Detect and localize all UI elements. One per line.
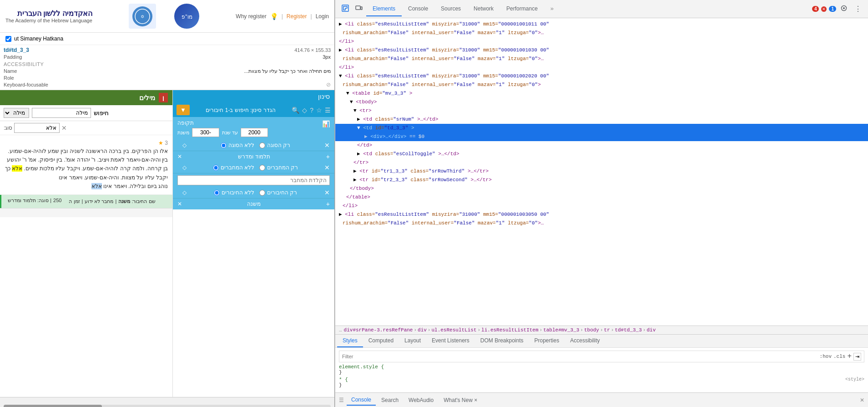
breadcrumb-item-4[interactable]: li.esResultListItem [481, 327, 538, 333]
bottom-tab-accessibility[interactable]: Accessibility [565, 335, 605, 347]
menu-toolbar-icon[interactable]: ☰ [325, 107, 331, 114]
mechaber-only-option[interactable]: רק המחברים [259, 164, 298, 171]
chiburim-none-option[interactable]: ללא החיבורים [214, 189, 254, 196]
dom-line-13[interactable]: ▼ <td id="td_3_3" > [335, 124, 868, 132]
tab-network[interactable]: Network [467, 2, 500, 16]
dom-line-20[interactable]: </tbody> [335, 184, 868, 193]
search-input[interactable] [32, 108, 91, 118]
nav-checkbox[interactable] [5, 36, 11, 42]
dom-line-23[interactable]: ▶ <li class="esResultListItem" misyzira=… [335, 210, 868, 219]
login-link[interactable]: Login [316, 13, 329, 20]
bottom-tab-properties[interactable]: Properties [529, 335, 565, 347]
dom-line-11[interactable]: ▼ <tr> [335, 107, 868, 115]
style-source[interactable]: <style> [845, 377, 864, 382]
sogah-only-option[interactable]: רק הסוגה [259, 142, 290, 148]
bottom-tab-dom-breakpoints[interactable]: DOM Breakpoints [475, 335, 529, 347]
dom-line-15[interactable]: </td> [335, 141, 868, 150]
period-from-input[interactable] [192, 128, 219, 137]
mechaber-only-radio[interactable] [259, 165, 265, 171]
chiburim-only-option[interactable]: רק החיבורים [259, 189, 297, 196]
console-tab-search[interactable]: Search [377, 395, 403, 405]
breadcrumb-item-5[interactable]: table#mv_3_3 [543, 327, 579, 333]
help-toolbar-icon[interactable]: ? [310, 107, 313, 114]
close-mechaber-icon[interactable]: ✕ [324, 164, 330, 171]
dom-line-21[interactable]: </table> [335, 193, 868, 202]
mechaber-none-option[interactable]: ללא המחברים [213, 164, 254, 171]
console-tab-whatsnew[interactable]: What's New × [439, 395, 482, 405]
search-toolbar-icon[interactable]: 🔍 [292, 107, 299, 114]
breadcrumb-item-9[interactable]: div [646, 327, 656, 333]
expand-styles-button[interactable]: ⇥ [853, 353, 861, 361]
breadcrumb-item-8[interactable]: td#td_3_3 [615, 327, 641, 333]
bottom-tab-event-listeners[interactable]: Event Listeners [426, 335, 475, 347]
dom-line-3[interactable]: </li> [335, 37, 868, 46]
plus-mishna[interactable]: + [326, 200, 330, 208]
dom-line-17[interactable]: </tr> [335, 158, 868, 167]
console-close-button[interactable]: ✕ [860, 397, 864, 403]
star-toolbar-icon[interactable]: ☆ [316, 107, 322, 114]
sogah-none-option[interactable]: ללא הסוגה [221, 142, 254, 148]
dom-line-18[interactable]: ▶ <tr id="tr1_3_3" class="srRowThird" >…… [335, 167, 868, 176]
settings-button[interactable] [838, 3, 850, 15]
tab-more[interactable]: » [544, 1, 560, 16]
dom-line-14[interactable]: ▶ <div>…</div> == $0 [335, 132, 868, 141]
bottom-tab-styles[interactable]: Styles [337, 335, 363, 347]
tab-performance[interactable]: Performance [500, 2, 544, 16]
dom-line-16[interactable]: ▶ <td class="esCollToggle" >…</td> [335, 150, 868, 158]
plus-talmud[interactable]: + [326, 153, 330, 160]
filter-button[interactable]: ▼ [177, 105, 190, 115]
bottom-tab-computed[interactable]: Computed [363, 335, 399, 347]
tab-console[interactable]: Console [402, 2, 434, 16]
mechaber-input[interactable] [177, 175, 330, 185]
dom-line-24[interactable]: rishum_arachim="False" internal_user="Fa… [335, 219, 868, 228]
keyboard-icon[interactable]: ⊘ [326, 81, 331, 88]
mechaber-none-radio[interactable] [213, 165, 219, 171]
breadcrumb-ellipsis[interactable]: … [339, 327, 342, 333]
dom-line-19[interactable]: ▶ <tr id="tr2_3_3" class="srRowSecond" >… [335, 176, 868, 184]
breadcrumb-item-7[interactable]: tr [604, 327, 610, 333]
dom-line-10[interactable]: ▼ <tbody> [335, 98, 868, 107]
scrollbar[interactable] [4, 405, 331, 407]
console-menu-icon[interactable]: ☰ [339, 397, 344, 403]
breadcrumb-item-3[interactable]: ul.esResultList [431, 327, 476, 333]
tab-sources[interactable]: Sources [434, 2, 467, 16]
inspect-button[interactable] [339, 3, 352, 15]
responsive-button[interactable] [353, 3, 365, 15]
add-style-button[interactable]: + [847, 352, 852, 361]
tab-elements[interactable]: Elements [366, 2, 402, 16]
type-dropdown[interactable]: מילה [4, 108, 29, 118]
register-link[interactable]: Register [287, 13, 307, 20]
more-menu-button[interactable]: ⋮ [852, 3, 864, 15]
dom-line-9[interactable]: ▼ <table id="mv_3_3" > [335, 89, 868, 98]
dom-line-5[interactable]: rishum_arachim="False" internal_user="Fa… [335, 55, 868, 63]
dom-line-8[interactable]: rishum_arachim="False" internal_user="Fa… [335, 81, 868, 89]
dom-line-1[interactable]: ▶ <li class="esResultListItem" misyzira=… [335, 20, 868, 29]
console-tab-console[interactable]: Console [347, 395, 376, 406]
breadcrumb-item-6[interactable]: tbody [584, 327, 599, 333]
close-talmud[interactable]: ✕ [177, 153, 182, 160]
star-icon[interactable]: ★ [158, 140, 163, 146]
close-chiburim-icon[interactable]: ✕ [324, 189, 330, 196]
bottom-tab-layout[interactable]: Layout [399, 335, 426, 347]
dom-line-7[interactable]: ▼ <li class="esResultListItem" misyzira=… [335, 72, 868, 81]
dom-line-12[interactable]: ▶ <td class="srNum" >…</td> [335, 115, 868, 124]
sogah-only-radio[interactable] [259, 142, 265, 148]
period-to-input[interactable] [241, 128, 268, 137]
console-tab-webaudio[interactable]: WebAudio [404, 395, 438, 405]
hov-button[interactable]: :hov [820, 354, 832, 359]
eraser-button[interactable]: ✕ [61, 124, 67, 132]
filter-input[interactable] [14, 123, 60, 133]
erase-toolbar-icon[interactable]: ◇ [302, 107, 307, 114]
dom-line-6[interactable]: </li> [335, 63, 868, 72]
dom-tree[interactable]: ▶ <li class="esResultListItem" misyzira=… [335, 18, 868, 326]
style-filter-input[interactable] [342, 354, 818, 359]
dom-line-22[interactable]: </li> [335, 202, 868, 210]
chiburim-only-radio[interactable] [259, 190, 265, 196]
dom-line-2[interactable]: rishum_arachim="False" internal_user="Fa… [335, 29, 868, 37]
breadcrumb-item-1[interactable]: div#srPane-3.resRefPane [344, 327, 413, 333]
dom-line-4[interactable]: ▶ <li class="esResultListItem" misyzira=… [335, 46, 868, 55]
breadcrumb-item-2[interactable]: div [418, 327, 427, 333]
sogah-none-radio[interactable] [221, 142, 227, 148]
close-sogah-icon[interactable]: ✕ [324, 142, 330, 149]
cls-button[interactable]: .cls [833, 354, 845, 359]
